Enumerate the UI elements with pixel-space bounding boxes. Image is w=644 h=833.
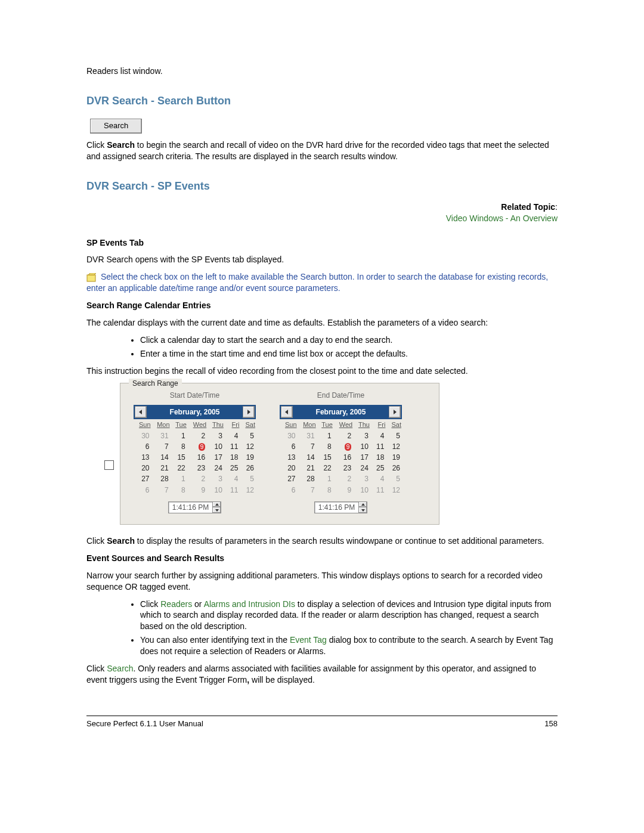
calendar-day[interactable]: 12: [386, 441, 402, 452]
calendar-day[interactable]: 5: [240, 473, 256, 484]
calendar-day[interactable]: 26: [386, 463, 402, 473]
calendar-day[interactable]: 20: [280, 463, 298, 473]
calendar-day[interactable]: 7: [151, 485, 171, 496]
calendar-day[interactable]: 8: [317, 485, 333, 496]
calendar-day[interactable]: 9: [187, 485, 207, 496]
calendar-day[interactable]: 25: [370, 463, 386, 473]
calendar-day[interactable]: 15: [171, 452, 187, 463]
link-alarms[interactable]: Alarms and Intrusion DIs: [204, 599, 295, 609]
calendar-day[interactable]: 3: [207, 473, 224, 484]
calendar-day[interactable]: 17: [353, 452, 370, 463]
calendar-day[interactable]: 20: [134, 463, 151, 473]
calendar-day[interactable]: 27: [280, 473, 298, 484]
calendar-day[interactable]: 12: [240, 441, 256, 452]
calendar-day[interactable]: 1: [317, 431, 333, 441]
calendar-day[interactable]: 12: [386, 485, 402, 496]
time-spinner[interactable]: [358, 502, 367, 513]
calendar-day[interactable]: 19: [386, 452, 402, 463]
spin-up-button[interactable]: [212, 502, 221, 508]
calendar-day[interactable]: 22: [171, 463, 187, 473]
next-month-button[interactable]: [243, 406, 255, 418]
calendar-day[interactable]: 11: [224, 441, 240, 452]
calendar-day[interactable]: 5: [386, 431, 402, 441]
calendar-day[interactable]: 16: [187, 452, 207, 463]
calendar-day[interactable]: 3: [207, 431, 224, 441]
calendar-day[interactable]: 16: [333, 452, 353, 463]
search-button[interactable]: Search: [90, 119, 142, 134]
link-search[interactable]: Search: [107, 664, 133, 673]
calendar-day[interactable]: 13: [134, 452, 151, 463]
calendar-day[interactable]: 3: [353, 473, 370, 484]
spin-down-button[interactable]: [212, 507, 221, 513]
calendar-day[interactable]: 23: [333, 463, 353, 473]
calendar-day[interactable]: 7: [298, 485, 317, 496]
calendar-day[interactable]: 11: [370, 441, 386, 452]
calendar-day[interactable]: 9: [333, 485, 353, 496]
calendar-day[interactable]: 13: [280, 452, 298, 463]
calendar-day[interactable]: 26: [240, 463, 256, 473]
calendar-day[interactable]: 14: [298, 452, 317, 463]
calendar-day[interactable]: 27: [134, 473, 151, 484]
calendar-day[interactable]: 31: [298, 431, 317, 441]
calendar-day[interactable]: 6: [134, 441, 151, 452]
calendar-day[interactable]: 23: [187, 463, 207, 473]
calendar-day[interactable]: 6: [280, 441, 298, 452]
calendar-day[interactable]: 18: [224, 452, 240, 463]
calendar-day[interactable]: 28: [151, 473, 171, 484]
time-input[interactable]: 1:41:16 PM: [168, 501, 221, 513]
calendar-day[interactable]: 2: [333, 431, 353, 441]
calendar-day[interactable]: 11: [370, 485, 386, 496]
link-readers[interactable]: Readers: [160, 599, 192, 609]
calendar-day[interactable]: 28: [298, 473, 317, 484]
calendar-day[interactable]: 5: [386, 473, 402, 484]
spin-down-button[interactable]: [358, 507, 367, 513]
calendar-day[interactable]: 10: [353, 485, 370, 496]
calendar-day[interactable]: 1: [171, 473, 187, 484]
prev-month-button[interactable]: [281, 406, 293, 418]
calendar-day[interactable]: 8: [317, 441, 333, 452]
calendar-day[interactable]: 1: [171, 431, 187, 441]
calendar-day[interactable]: 30: [134, 431, 151, 441]
calendar-day[interactable]: 21: [298, 463, 317, 473]
calendar-day[interactable]: 6: [280, 485, 298, 496]
link-event-tag[interactable]: Event Tag: [290, 635, 327, 645]
calendar-day[interactable]: 22: [317, 463, 333, 473]
calendar-day[interactable]: 14: [151, 452, 171, 463]
calendar-day[interactable]: 15: [317, 452, 333, 463]
calendar-day[interactable]: 18: [370, 452, 386, 463]
calendar-day[interactable]: 8: [171, 485, 187, 496]
calendar-day[interactable]: 5: [240, 431, 256, 441]
calendar-day[interactable]: 1: [317, 473, 333, 484]
calendar-day[interactable]: 24: [353, 463, 370, 473]
enable-checkbox[interactable]: [104, 460, 114, 470]
calendar-day[interactable]: 7: [151, 441, 171, 452]
calendar-day[interactable]: 25: [224, 463, 240, 473]
calendar-day[interactable]: 6: [134, 485, 151, 496]
time-input[interactable]: 1:41:16 PM: [314, 501, 367, 513]
calendar-day[interactable]: 4: [224, 473, 240, 484]
calendar-day[interactable]: 17: [207, 452, 224, 463]
calendar-day[interactable]: 30: [280, 431, 298, 441]
calendar-day[interactable]: 4: [224, 431, 240, 441]
related-link[interactable]: Video Windows - An Overview: [446, 213, 558, 223]
calendar-day[interactable]: 4: [370, 431, 386, 441]
time-spinner[interactable]: [212, 502, 221, 513]
calendar-day[interactable]: 10: [207, 485, 224, 496]
calendar-day[interactable]: 11: [224, 485, 240, 496]
calendar-day[interactable]: 7: [298, 441, 317, 452]
spin-up-button[interactable]: [358, 502, 367, 508]
calendar-day[interactable]: 12: [240, 485, 256, 496]
calendar-day[interactable]: 2: [187, 473, 207, 484]
calendar-day[interactable]: 24: [207, 463, 224, 473]
next-month-button[interactable]: [389, 406, 401, 418]
calendar-day[interactable]: 9: [187, 441, 207, 452]
prev-month-button[interactable]: [135, 406, 147, 418]
calendar-day[interactable]: 10: [207, 441, 224, 452]
calendar-day[interactable]: 31: [151, 431, 171, 441]
calendar-day[interactable]: 2: [187, 431, 207, 441]
calendar-day[interactable]: 4: [370, 473, 386, 484]
calendar-day[interactable]: 2: [333, 473, 353, 484]
calendar-day[interactable]: 3: [353, 431, 370, 441]
calendar-day[interactable]: 19: [240, 452, 256, 463]
calendar-day[interactable]: 10: [353, 441, 370, 452]
